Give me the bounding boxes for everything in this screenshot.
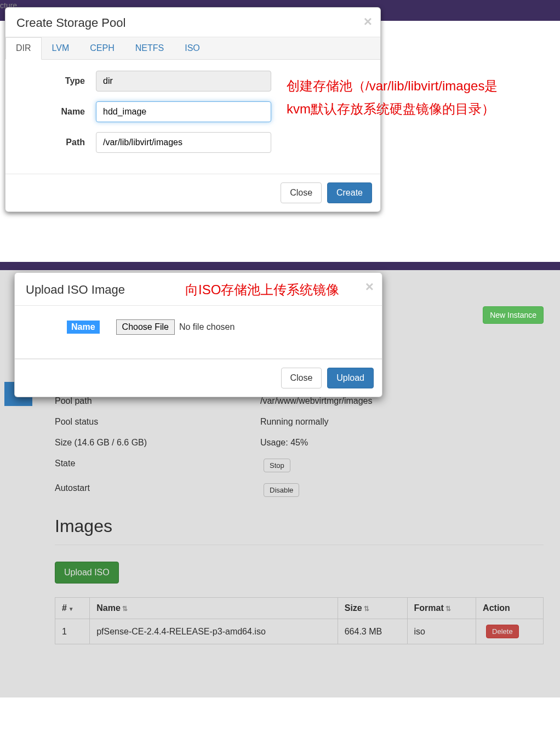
pool-state-label: State <box>55 459 260 472</box>
name-label: Name <box>16 107 96 117</box>
cell-name: pfSense-CE-2.4.4-RELEASE-p3-amd64.iso <box>90 619 338 644</box>
storage-type-tabs: DIR LVM CEPH NETFS ISO <box>5 37 380 60</box>
path-input[interactable] <box>96 132 271 153</box>
modal-title: Upload ISO Image <box>26 283 125 297</box>
table-row: 1 pfSense-CE-2.4.4-RELEASE-p3-amd64.iso … <box>55 619 544 644</box>
delete-button[interactable]: Delete <box>486 625 519 638</box>
cell-format: iso <box>407 619 476 644</box>
cell-num: 1 <box>55 619 90 644</box>
no-file-text: No file chosen <box>179 322 235 332</box>
divider <box>55 545 544 545</box>
close-icon[interactable]: × <box>364 13 372 30</box>
upload-button[interactable]: Upload <box>327 368 374 388</box>
modal-title: Create Storage Pool <box>16 16 125 30</box>
type-input <box>96 71 271 92</box>
images-heading: Images <box>55 516 544 536</box>
nav-strip <box>0 262 560 270</box>
tab-netfs[interactable]: NETFS <box>125 37 174 59</box>
tab-ceph[interactable]: CEPH <box>79 37 124 59</box>
annotation-create-pool: 创建存储池（/var/lib/libvirt/images是kvm默认存放系统硬… <box>287 75 506 121</box>
tab-lvm[interactable]: LVM <box>42 37 80 59</box>
tab-dir[interactable]: DIR <box>5 37 42 60</box>
type-label: Type <box>16 76 96 86</box>
pool-usage-value: Usage: 45% <box>260 438 544 448</box>
images-table: # Name Size Format Action 1 pfSense-CE-2… <box>55 597 544 644</box>
pool-path-label: Pool path <box>55 396 260 406</box>
name-input[interactable] <box>96 101 271 122</box>
pool-autostart-label: Autostart <box>55 483 260 497</box>
tab-iso[interactable]: ISO <box>174 37 210 59</box>
pool-status-value: Running normally <box>260 417 544 427</box>
upload-iso-button[interactable]: Upload ISO <box>55 562 119 584</box>
stop-button[interactable]: Stop <box>264 459 290 472</box>
col-size[interactable]: Size <box>338 598 407 619</box>
col-num[interactable]: # <box>55 598 90 619</box>
new-instance-button[interactable]: New Instance <box>483 306 544 324</box>
choose-file-button[interactable]: Choose File <box>116 319 175 335</box>
col-name[interactable]: Name <box>90 598 338 619</box>
annotation-upload-iso: 向ISO存储池上传系统镜像 <box>185 281 339 299</box>
create-button[interactable]: Create <box>327 182 372 203</box>
close-button[interactable]: Close <box>281 182 322 203</box>
col-format[interactable]: Format <box>407 598 476 619</box>
close-button[interactable]: Close <box>281 368 322 388</box>
pool-size-label: Size (14.6 GB / 6.6 GB) <box>55 438 260 448</box>
path-label: Path <box>16 138 96 147</box>
cell-size: 664.3 MB <box>338 619 407 644</box>
name-label: Name <box>67 321 100 334</box>
upload-iso-modal: Upload ISO Image 向ISO存储池上传系统镜像 × Name Ch… <box>14 272 382 397</box>
pool-status-label: Pool status <box>55 417 260 427</box>
col-action: Action <box>476 598 544 619</box>
close-icon[interactable]: × <box>365 278 374 295</box>
disable-button[interactable]: Disable <box>264 483 299 497</box>
pool-path-value: /var/www/webvirtmgr/images <box>260 396 544 406</box>
